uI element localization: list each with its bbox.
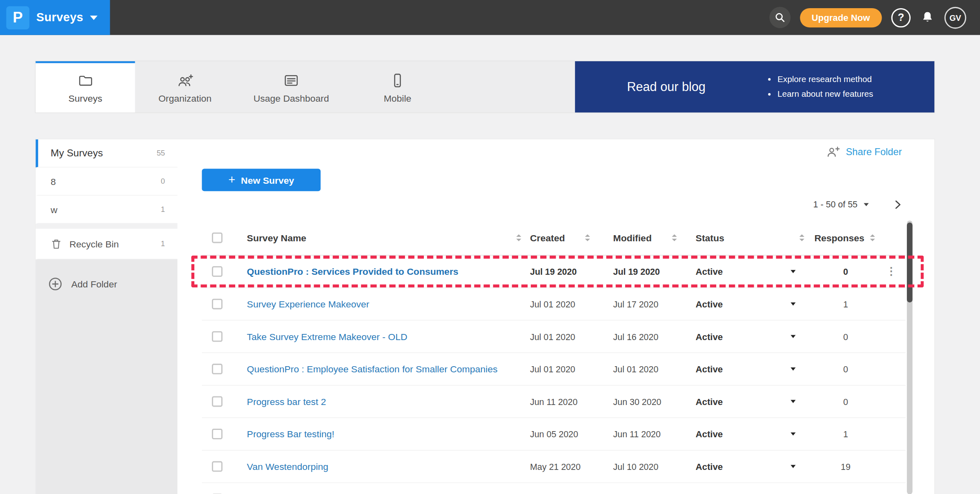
upgrade-now-button[interactable]: Upgrade Now [800,8,882,27]
created-cell: Jul 01 2020 [530,299,613,309]
scrollbar-thumb[interactable] [907,223,913,303]
row-checkbox[interactable] [212,364,223,374]
pagination-range[interactable]: 1 - 50 of 55 [813,199,858,209]
status-label: Active [696,396,723,406]
status-label: Active [696,429,723,439]
promo-bullet: Explore research method [777,72,934,87]
product-switcher[interactable]: P Surveys [0,0,110,35]
chevron-down-icon[interactable] [864,203,869,206]
survey-name-link[interactable]: Survey Experience Makeover [247,299,370,309]
row-checkbox[interactable] [212,299,223,309]
plus-icon: + [228,173,235,187]
status-dropdown[interactable]: Active [696,332,815,341]
folder-label: Recycle Bin [69,238,119,249]
column-header-survey-name[interactable]: Survey Name [247,232,307,243]
column-header-responses[interactable]: Responses [814,232,864,243]
folder-icon [77,72,94,89]
survey-name-link[interactable]: Take Survey Extreme Makeover - OLD [247,331,408,342]
sort-icon[interactable] [672,234,677,241]
tab-organization[interactable]: Organization [135,61,235,113]
responses-cell: 0 [814,332,877,341]
modified-cell: Jul 01 2020 [613,364,696,374]
trash-icon [51,238,62,249]
row-checkbox[interactable] [212,396,223,407]
status-dropdown[interactable]: Active [696,299,815,309]
survey-name-link[interactable]: Progress bar test 2 [247,396,326,407]
circle-plus-icon [47,276,63,292]
folder-label: 8 [51,176,56,187]
table-row: Progress Bar testing! Jun 05 2020 Jun 11… [202,418,905,451]
status-label: Active [696,364,723,374]
status-label: Active [696,461,723,471]
sort-icon[interactable] [585,234,590,241]
add-folder-button[interactable]: Add Folder [36,269,177,298]
tab-usage-dashboard[interactable]: Usage Dashboard [235,61,348,113]
pagination: 1 - 50 of 55 [813,196,903,213]
column-header-created[interactable]: Created [530,232,565,243]
survey-name-link[interactable]: QuestionPro : Employee Satisfaction for … [247,364,498,374]
responses-cell: 0 [814,396,877,406]
help-button[interactable]: ? [891,8,911,27]
promo-panel: Read our blog Explore research method Le… [575,61,934,113]
tab-surveys[interactable]: Surveys [36,61,135,113]
tab-label: Organization [158,93,212,103]
status-dropdown[interactable]: Active [696,429,815,439]
add-folder-label: Add Folder [71,278,117,289]
row-checkbox[interactable] [212,331,223,342]
table-row: Take Survey Extreme Makeover - OLD Jul 0… [202,320,905,353]
upgrade-label: Upgrade Now [812,13,870,22]
chevron-right-icon [893,199,903,209]
table-row: QuestionPro : Employee Satisfaction for … [202,353,905,386]
status-dropdown[interactable]: Active [696,461,815,471]
column-header-modified[interactable]: Modified [613,232,652,243]
created-cell: Jul 19 2020 [530,267,613,276]
table-row: Van Westendorping May 21 2020 Jul 10 202… [202,451,905,483]
survey-name-link[interactable]: Van Westendorping [247,461,329,472]
share-folder-label: Share Folder [846,146,902,158]
table-header: Survey Name Created Modified Status [202,220,905,256]
sidebar-divider [36,224,177,229]
tab-label: Usage Dashboard [254,93,329,103]
tab-label: Mobile [384,93,412,103]
row-checkbox[interactable] [212,266,223,277]
folder-count: 1 [161,205,165,214]
tab-mobile[interactable]: Mobile [347,61,448,113]
sidebar-item-8[interactable]: 8 0 [36,167,177,196]
avatar[interactable]: GV [944,7,967,29]
table-row: Email test May 20 2020 May 20 2020 Activ… [202,483,905,494]
surveys-table: Survey Name Created Modified Status [202,220,905,494]
status-dropdown[interactable]: Active [696,364,815,374]
select-all-checkbox[interactable] [212,232,223,243]
kebab-menu-icon[interactable]: ⋮ [886,266,897,277]
new-survey-label: New Survey [241,175,294,185]
sidebar-item-w[interactable]: w 1 [36,196,177,224]
survey-name-link[interactable]: QuestionPro : Services Provided to Consu… [247,266,459,277]
column-header-status[interactable]: Status [696,232,724,243]
share-folder-button[interactable]: Share Folder [826,146,902,158]
sidebar-item-recycle-bin[interactable]: Recycle Bin 1 [36,229,177,259]
status-dropdown[interactable]: Active [696,267,815,276]
sort-icon[interactable] [516,234,521,241]
modified-cell: Jul 17 2020 [613,299,696,309]
chevron-down-icon [90,15,98,20]
row-checkbox[interactable] [212,429,223,439]
sidebar: My Surveys 55 8 0 w 1 Recycle Bin 1 [36,139,177,494]
status-label: Active [696,299,723,309]
sidebar-item-my-surveys[interactable]: My Surveys 55 [36,139,177,167]
sort-icon[interactable] [800,234,804,241]
next-page-button[interactable] [893,199,903,209]
search-button[interactable] [769,7,790,28]
chevron-down-icon [791,400,795,403]
status-dropdown[interactable]: Active [696,396,815,406]
row-checkbox[interactable] [212,461,223,472]
modified-cell: Jul 16 2020 [613,332,696,341]
sort-icon[interactable] [870,234,875,241]
notifications-button[interactable] [920,10,935,25]
survey-name-link[interactable]: Progress Bar testing! [247,429,334,439]
new-survey-button[interactable]: + New Survey [202,169,321,191]
chevron-down-icon [791,303,795,306]
topbar: P Surveys Upgrade Now ? [0,0,980,35]
table-scrollbar[interactable] [907,220,913,494]
promo-title[interactable]: Read our blog [575,80,757,94]
person-plus-icon [826,146,840,158]
